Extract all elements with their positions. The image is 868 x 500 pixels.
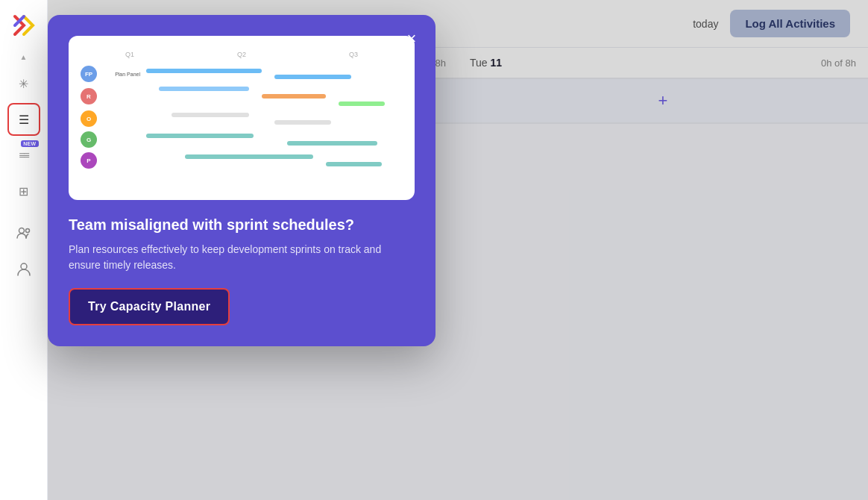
gantt-bar-2b bbox=[262, 94, 326, 99]
gantt-header-q1: Q1 bbox=[125, 51, 134, 58]
gantt-bar-1b bbox=[274, 75, 351, 79]
gantt-row-3: O bbox=[81, 110, 403, 127]
sidebar-item-profile[interactable] bbox=[7, 252, 40, 285]
sidebar-item-team[interactable] bbox=[7, 216, 40, 249]
gantt-row-1: FP Plan Panel bbox=[81, 66, 403, 82]
gantt-headers: Q1 Q2 Q3 bbox=[81, 51, 403, 61]
scroll-up-icon[interactable]: ▲ bbox=[16, 52, 31, 61]
gantt-header-q3: Q3 bbox=[349, 51, 358, 58]
gantt-row-2: R bbox=[81, 87, 403, 106]
gantt-bar-5a bbox=[185, 154, 313, 159]
gantt-header-q2: Q2 bbox=[237, 51, 246, 58]
svg-point-0 bbox=[19, 228, 24, 234]
try-capacity-planner-button[interactable]: Try Capacity Planner bbox=[69, 288, 230, 325]
gantt-bar-2c bbox=[339, 101, 385, 106]
gantt-row-5: P bbox=[81, 152, 403, 169]
popup-preview-image: Q1 Q2 Q3 FP Plan Panel R bbox=[69, 36, 415, 200]
gantt-bars-1 bbox=[146, 69, 403, 79]
gantt-avatar-4: G bbox=[81, 131, 97, 148]
sidebar-item-filter[interactable]: ≡≡ NEW bbox=[7, 139, 40, 172]
gantt-bar-4b bbox=[287, 141, 377, 146]
svg-point-2 bbox=[21, 263, 27, 269]
sidebar-item-table[interactable]: ⊞ bbox=[7, 175, 40, 207]
gantt-bar-3b bbox=[274, 120, 331, 125]
app-logo[interactable] bbox=[7, 9, 40, 42]
gantt-bar-3a bbox=[172, 113, 248, 117]
gantt-avatar-5: P bbox=[81, 152, 97, 169]
gantt-bars-3 bbox=[146, 113, 403, 125]
gantt-bar-5b bbox=[326, 162, 383, 166]
gantt-avatar-3: O bbox=[81, 110, 97, 127]
capacity-planner-popup: × Q1 Q2 Q3 FP Plan Panel R bbox=[48, 15, 435, 346]
gantt-avatar-1: FP bbox=[81, 66, 97, 82]
gantt-bars-2 bbox=[146, 87, 403, 106]
gantt-bar-1a bbox=[146, 69, 262, 73]
svg-point-1 bbox=[25, 229, 29, 233]
gantt-bars-5 bbox=[146, 154, 403, 166]
gantt-bar-4a bbox=[146, 134, 254, 138]
sidebar: ▲ ✳ ☰ ≡≡ NEW ⊞ bbox=[0, 0, 48, 500]
sidebar-item-document-list[interactable]: ☰ bbox=[7, 103, 40, 136]
gantt-chart-illustration: Q1 Q2 Q3 FP Plan Panel R bbox=[78, 45, 406, 191]
gantt-name-1: Plan Panel bbox=[103, 72, 140, 77]
gantt-avatar-2: R bbox=[81, 88, 97, 104]
popup-description: Plan resources effectively to keep devel… bbox=[69, 242, 415, 273]
popup-title: Team misaligned with sprint schedules? bbox=[69, 215, 415, 234]
gantt-bars-4 bbox=[146, 134, 403, 146]
new-badge: NEW bbox=[21, 140, 38, 147]
gantt-bar-2a bbox=[159, 87, 248, 91]
gantt-row-4: G bbox=[81, 131, 403, 148]
sidebar-item-spinner[interactable]: ✳ bbox=[7, 67, 40, 100]
